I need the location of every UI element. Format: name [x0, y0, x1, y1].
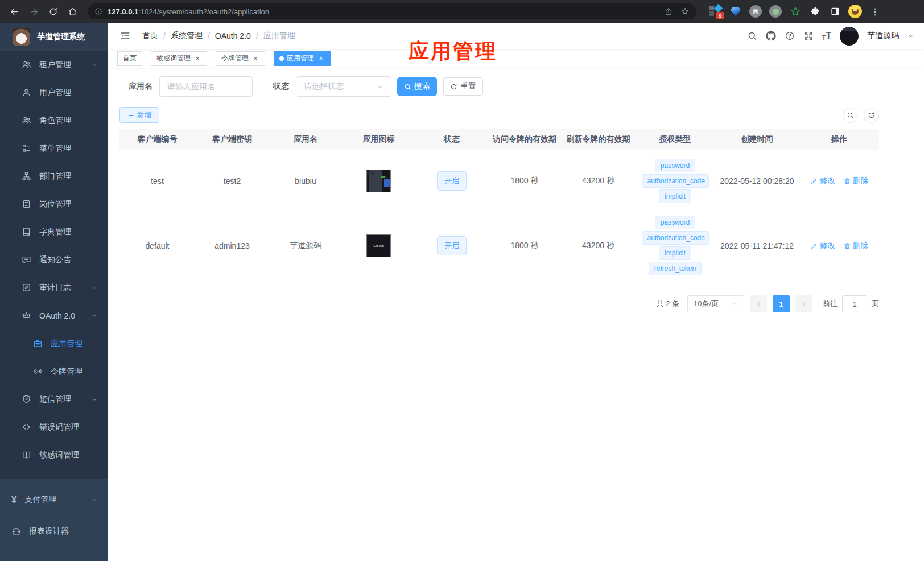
status-select-placeholder: 请选择状态 — [304, 81, 344, 92]
cell-refresh-validity: 43200 秒 — [561, 241, 636, 251]
bookmark-star-icon[interactable] — [680, 7, 690, 16]
applications-table: 客户端编号客户端密钥应用名应用图标状态访问令牌的有效期刷新令牌的有效期授权类型创… — [119, 129, 879, 279]
user-name[interactable]: 芋道源码 — [867, 31, 899, 41]
font-size-icon[interactable]: TT — [822, 31, 831, 41]
extension-command-icon[interactable]: ⌘ — [749, 5, 762, 18]
reset-button[interactable]: 重置 — [443, 77, 483, 96]
search-button[interactable]: 搜索 — [397, 77, 437, 96]
close-tab-icon[interactable]: × — [193, 55, 201, 63]
code-icon — [22, 422, 31, 432]
breadcrumb-item-2[interactable]: OAuth 2.0 — [215, 31, 251, 40]
page-size-select[interactable]: 10条/页 — [687, 295, 744, 312]
sidebar-item-label: 通知公告 — [39, 255, 71, 265]
active-tab-dot — [279, 56, 284, 61]
sidebar-item-7[interactable]: 通知公告 — [0, 246, 108, 274]
breadcrumb-item-0[interactable]: 首页 — [142, 31, 158, 41]
table-body: test test2 biubiu 开启 1800 秒 43200 秒 pass… — [119, 150, 879, 279]
sidebar-item-9[interactable]: OAuth 2.0 — [0, 302, 108, 329]
extension-recorder-icon[interactable] — [769, 5, 782, 18]
browser-reload-icon[interactable] — [44, 3, 61, 20]
extension-gem-icon[interactable] — [729, 5, 742, 18]
main-area: 应用管理 首页 / 系统管理 / OAuth 2.0 / 应用管理 TT 芋道源… — [108, 23, 924, 561]
cell-create-time: 2022-05-12 00:28:20 — [715, 176, 799, 185]
sidebar-item-13[interactable]: 错误码管理 — [0, 413, 108, 441]
site-info-icon[interactable] — [94, 7, 102, 15]
sidebar-item-2[interactable]: 角色管理 — [0, 106, 108, 134]
browser-back-icon[interactable] — [6, 3, 23, 20]
cell-grant-types: passwordauthorization_codeimplicitrefres… — [636, 216, 715, 275]
sidebar-collapse-icon[interactable] — [116, 30, 134, 42]
audit-icon — [22, 283, 31, 292]
page-number-button[interactable]: 1 — [773, 295, 790, 312]
close-tab-icon[interactable]: × — [317, 55, 325, 63]
breadcrumb-item-1[interactable]: 系统管理 — [171, 31, 203, 41]
top-navbar: 首页 / 系统管理 / OAuth 2.0 / 应用管理 TT 芋道源码 — [108, 23, 924, 49]
chevron-down-icon[interactable] — [908, 33, 914, 39]
browser-home-icon[interactable] — [64, 3, 81, 20]
sidebar-item-label: OAuth 2.0 — [39, 311, 75, 320]
sidebar-item-14[interactable]: 敏感词管理 — [0, 441, 108, 469]
sidebar-item-label: 部门管理 — [39, 171, 71, 182]
tab-1[interactable]: 敏感词管理 × — [151, 51, 207, 66]
sidebar-item-4[interactable]: 部门管理 — [0, 162, 108, 190]
add-button[interactable]: 新增 — [119, 107, 159, 123]
next-page-button[interactable] — [795, 295, 812, 312]
sidebar-item-11[interactable]: 令牌管理 — [0, 357, 108, 385]
sidebar-item-6[interactable]: 字典管理 — [0, 218, 108, 246]
profile-avatar-emoji[interactable] — [848, 5, 862, 18]
shield-icon — [22, 394, 31, 404]
sidebar-menu: 租户管理 用户管理 角色管理 菜单管理 部门管理 岗位管理 — [0, 51, 108, 479]
split-view-icon[interactable] — [828, 5, 842, 18]
extension-devtools-icon[interactable]: 9 — [709, 5, 723, 18]
hide-search-icon[interactable] — [843, 108, 858, 123]
address-bar[interactable]: 127.0.0.1:1024/system/oauth2/oauth2/appl… — [88, 3, 696, 19]
tab-2[interactable]: 令牌管理 × — [216, 51, 265, 66]
github-icon[interactable] — [766, 31, 776, 41]
user-avatar[interactable] — [840, 27, 859, 46]
org-icon — [22, 171, 31, 181]
sidebar-item-1[interactable]: 用户管理 — [0, 79, 108, 106]
user-icon — [22, 88, 31, 97]
sidebar-item-8[interactable]: 审计日志 — [0, 274, 108, 302]
share-icon[interactable] — [665, 7, 673, 15]
delete-button[interactable]: 删除 — [843, 241, 869, 251]
edit-button[interactable]: 修改 — [810, 241, 836, 251]
prev-page-button[interactable] — [750, 295, 767, 312]
sidebar-item-1[interactable]: 报表设计器 — [0, 515, 108, 547]
search-icon[interactable] — [747, 31, 757, 41]
tab-3[interactable]: 应用管理 × — [274, 51, 331, 66]
chevron-down-icon — [731, 300, 738, 307]
edit-button[interactable]: 修改 — [810, 176, 836, 186]
browser-menu-icon[interactable]: ⋮ — [868, 5, 882, 18]
sidebar-item-3[interactable]: 菜单管理 — [0, 134, 108, 162]
cell-secret: admin123 — [195, 241, 269, 250]
help-icon[interactable] — [785, 31, 795, 41]
browser-forward-icon[interactable] — [25, 3, 42, 20]
sidebar-item-0[interactable]: 租户管理 — [0, 51, 108, 79]
status-select[interactable]: 请选择状态 — [296, 76, 391, 97]
extension-badge: 9 — [716, 12, 724, 19]
goto-page-input[interactable] — [842, 295, 867, 312]
sidebar-item-5[interactable]: 岗位管理 — [0, 190, 108, 218]
sidebar-item-label: 菜单管理 — [39, 143, 71, 154]
sidebar-logo[interactable]: 芋道管理系统 — [0, 23, 108, 51]
column-header-5: 访问令牌的有效期 — [488, 134, 561, 145]
goto-suffix: 页 — [872, 299, 879, 309]
sidebar-item-0[interactable]: ¥ 支付管理 — [0, 484, 108, 515]
close-tab-icon[interactable]: × — [251, 55, 259, 63]
grant-type-tag: refresh_token — [649, 262, 702, 275]
app-name-input[interactable] — [159, 76, 253, 97]
cell-app-name: biubiu — [269, 176, 342, 185]
search-icon — [404, 83, 411, 90]
sidebar-item-10[interactable]: 应用管理 — [0, 329, 108, 357]
grant-type-tag: authorization_code — [642, 231, 709, 245]
delete-button[interactable]: 删除 — [843, 176, 869, 186]
refresh-table-icon[interactable] — [864, 108, 879, 123]
extension-star-icon[interactable] — [789, 5, 802, 18]
extensions-puzzle-icon[interactable] — [808, 5, 822, 18]
table-row: default admin123 芋道源码 GitHub 开启 1800 秒 4… — [119, 212, 879, 279]
goto-label: 前往 — [823, 299, 838, 309]
sidebar-item-12[interactable]: 短信管理 — [0, 385, 108, 413]
tab-0[interactable]: 首页 — [117, 51, 142, 66]
fullscreen-icon[interactable] — [803, 31, 814, 41]
